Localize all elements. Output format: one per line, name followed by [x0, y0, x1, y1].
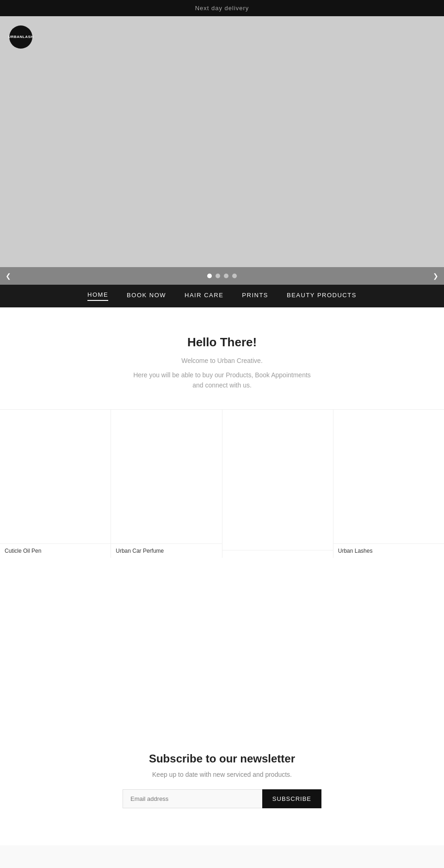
logo: URBAN LASH — [9, 25, 32, 49]
product-display-area — [0, 558, 444, 720]
newsletter-email-input[interactable] — [123, 789, 262, 808]
product-item-4[interactable]: Urban Lashes — [333, 410, 444, 558]
main-nav: HOME BOOK NOW Hair Care Prints Beauty Pr… — [0, 285, 444, 307]
slider-dot-4[interactable] — [232, 274, 237, 278]
top-banner: Next day delivery — [0, 0, 444, 16]
hello-subtitle: Welcome to Urban Creative. — [9, 357, 435, 364]
hello-description: Here you will be able to buy our Product… — [130, 370, 314, 391]
slider-dot-1[interactable] — [207, 274, 212, 278]
product-item-2[interactable]: Urban Car Perfume — [111, 410, 222, 558]
newsletter-section: Subscribe to our newsletter Keep up to d… — [0, 720, 444, 845]
nav-beauty-products[interactable]: Beauty Products — [287, 292, 357, 300]
product-item-1[interactable]: Cuticle Oil Pen — [0, 410, 111, 558]
product-label-4: Urban Lashes — [333, 543, 444, 558]
newsletter-form: Subscribe — [123, 789, 321, 808]
product-label-1: Cuticle Oil Pen — [0, 543, 111, 558]
products-row: Cuticle Oil Pen Urban Car Perfume Urban … — [0, 409, 444, 558]
hero-slider: URBAN LASH ❮ ❯ — [0, 16, 444, 285]
nav-hair-care[interactable]: Hair Care — [185, 292, 223, 300]
slider-dot-3[interactable] — [224, 274, 228, 278]
product-label-3 — [222, 550, 333, 558]
nav-home[interactable]: HOME — [87, 291, 108, 301]
nav-book-now[interactable]: BOOK NOW — [127, 292, 166, 300]
slider-dot-2[interactable] — [216, 274, 220, 278]
slider-controls: ❮ ❯ — [0, 267, 444, 285]
slider-prev-button[interactable]: ❮ — [0, 272, 17, 280]
newsletter-subscribe-button[interactable]: Subscribe — [262, 789, 321, 808]
banner-text: Next day delivery — [195, 5, 249, 12]
salon-section: Salon Urban Creative 12c Enterprise Cour… — [0, 845, 444, 868]
hello-heading: Hello There! — [9, 335, 435, 350]
nav-prints[interactable]: Prints — [242, 292, 268, 300]
newsletter-heading: Subscribe to our newsletter — [9, 752, 435, 765]
hello-section: Hello There! Welcome to Urban Creative. … — [0, 307, 444, 409]
newsletter-description: Keep up to date with new serviced and pr… — [9, 771, 435, 778]
slider-next-button[interactable]: ❯ — [427, 272, 444, 280]
product-label-2: Urban Car Perfume — [111, 543, 222, 558]
slider-dots — [207, 274, 237, 278]
product-item-3[interactable] — [222, 410, 333, 558]
